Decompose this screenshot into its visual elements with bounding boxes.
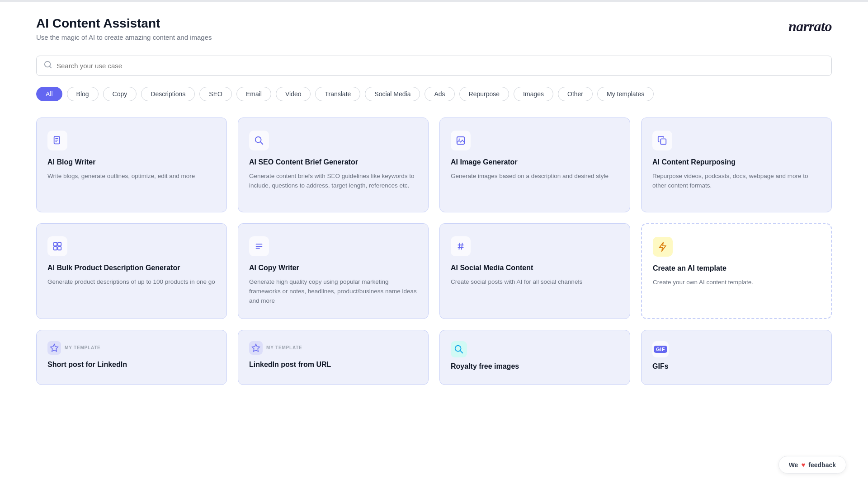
product-icon — [47, 236, 67, 256]
svg-line-1 — [50, 66, 51, 68]
search-icon — [249, 131, 269, 150]
card-desc-0: Write blogs, generate outlines, optimize… — [47, 172, 216, 181]
main-card-2[interactable]: AI Image GeneratorGenerate images based … — [439, 117, 630, 212]
svg-rect-10 — [660, 139, 666, 144]
card-desc-4: Generate product descriptions of up to 1… — [47, 277, 216, 287]
image-icon — [451, 131, 471, 150]
filter-tabs: AllBlogCopyDescriptionsSEOEmailVideoTran… — [36, 87, 832, 101]
svg-rect-11 — [54, 243, 57, 246]
svg-rect-14 — [58, 247, 61, 250]
main-card-1[interactable]: AI SEO Content Brief GeneratorGenerate c… — [238, 117, 429, 212]
card-title-3: AI Content Repurposing — [652, 158, 821, 167]
hash-icon — [451, 236, 471, 256]
page-subtitle: Use the magic of AI to create amazing co… — [36, 33, 212, 41]
list-icon — [249, 236, 269, 256]
heart-icon: ♥ — [801, 461, 805, 469]
svg-point-9 — [458, 138, 460, 140]
card-desc-6: Create social posts with AI for all soci… — [451, 277, 619, 287]
filter-tab-video[interactable]: Video — [276, 87, 311, 101]
card-desc-3: Repurpose videos, podcasts, docs, webpag… — [652, 172, 821, 191]
svg-line-7 — [260, 142, 263, 144]
bottom-card-2[interactable]: Royalty free images — [439, 330, 630, 385]
star-icon — [47, 341, 61, 355]
filter-tab-other[interactable]: Other — [558, 87, 593, 101]
feedback-we-label: We — [789, 461, 798, 469]
card-title-4: AI Bulk Product Description Generator — [47, 263, 216, 273]
card-desc-5: Generate high quality copy using popular… — [249, 277, 417, 306]
svg-line-20 — [459, 243, 460, 250]
my-template-badge-0: MY TEMPLATE — [65, 345, 101, 350]
card-title-6: AI Social Media Content — [451, 263, 619, 273]
bottom-card-0[interactable]: MY TEMPLATEShort post for LinkedIn — [36, 330, 227, 385]
search-icon — [44, 61, 52, 71]
lightning-icon — [653, 237, 673, 257]
filter-tab-all[interactable]: All — [36, 87, 62, 101]
bottom-card-3[interactable]: GIFGIFs — [641, 330, 832, 385]
page-title: AI Content Assistant — [36, 16, 212, 31]
card-desc-1: Generate content briefs with SEO guideli… — [249, 172, 417, 191]
filter-tab-email[interactable]: Email — [236, 87, 271, 101]
main-card-5[interactable]: AI Copy WriterGenerate high quality copy… — [238, 223, 429, 319]
my-template-badge-1: MY TEMPLATE — [266, 345, 302, 350]
filter-tab-seo[interactable]: SEO — [199, 87, 232, 101]
main-card-4[interactable]: AI Bulk Product Description GeneratorGen… — [36, 223, 227, 319]
main-card-6[interactable]: AI Social Media ContentCreate social pos… — [439, 223, 630, 319]
filter-tab-translate[interactable]: Translate — [315, 87, 360, 101]
svg-line-23 — [460, 351, 462, 353]
svg-line-21 — [462, 243, 462, 250]
doc-icon — [47, 131, 67, 150]
filter-tab-blog[interactable]: Blog — [67, 87, 99, 101]
copy-icon — [652, 131, 672, 150]
gif-icon: GIF — [652, 341, 669, 357]
svg-rect-13 — [54, 247, 57, 250]
main-card-0[interactable]: AI Blog WriterWrite blogs, generate outl… — [36, 117, 227, 212]
filter-tab-ads[interactable]: Ads — [425, 87, 454, 101]
filter-tab-repurpose[interactable]: Repurpose — [459, 87, 509, 101]
svg-rect-8 — [457, 137, 465, 145]
card-title-5: AI Copy Writer — [249, 263, 417, 273]
card-title-7: Create an AI template — [653, 264, 820, 273]
card-title-2: AI Image Generator — [451, 158, 619, 167]
feedback-action-label: feedback — [808, 461, 836, 469]
bottom-card-1[interactable]: MY TEMPLATELinkedIn post from URL — [238, 330, 429, 385]
filter-tab-images[interactable]: Images — [514, 87, 553, 101]
bottom-card-title-1: LinkedIn post from URL — [249, 360, 417, 370]
star-icon — [249, 341, 263, 355]
main-card-3[interactable]: AI Content RepurposingRepurpose videos, … — [641, 117, 832, 212]
bottom-card-title-3: GIFs — [652, 362, 821, 371]
filter-tab-my-templates[interactable]: My templates — [597, 87, 654, 101]
logo: narrato — [788, 16, 832, 35]
main-card-7[interactable]: Create an AI templateCreate your own AI … — [641, 223, 832, 319]
bottom-card-title-2: Royalty free images — [451, 362, 619, 371]
bottom-card-title-0: Short post for LinkedIn — [47, 360, 216, 370]
search-blue-icon — [451, 341, 467, 357]
filter-tab-social-media[interactable]: Social Media — [365, 87, 420, 101]
card-desc-7: Create your own AI content template. — [653, 278, 820, 287]
card-title-0: AI Blog Writer — [47, 158, 216, 167]
card-desc-2: Generate images based on a description a… — [451, 172, 619, 181]
feedback-button[interactable]: We ♥ feedback — [778, 456, 846, 474]
search-input[interactable] — [57, 62, 824, 70]
svg-rect-12 — [58, 243, 61, 246]
search-bar[interactable] — [36, 56, 832, 76]
filter-tab-copy[interactable]: Copy — [103, 87, 137, 101]
card-title-1: AI SEO Content Brief Generator — [249, 158, 417, 167]
filter-tab-descriptions[interactable]: Descriptions — [141, 87, 195, 101]
